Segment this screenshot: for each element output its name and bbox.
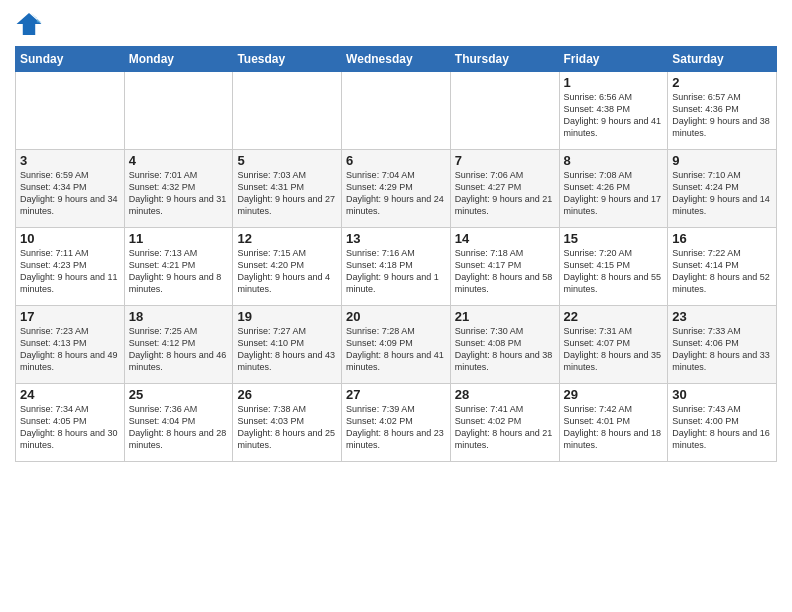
day-number: 20: [346, 309, 446, 324]
day-info: Sunrise: 7:25 AM Sunset: 4:12 PM Dayligh…: [129, 325, 229, 374]
calendar-cell: 29Sunrise: 7:42 AM Sunset: 4:01 PM Dayli…: [559, 384, 668, 462]
day-info: Sunrise: 7:42 AM Sunset: 4:01 PM Dayligh…: [564, 403, 664, 452]
calendar-cell: 15Sunrise: 7:20 AM Sunset: 4:15 PM Dayli…: [559, 228, 668, 306]
day-number: 13: [346, 231, 446, 246]
calendar-cell: 11Sunrise: 7:13 AM Sunset: 4:21 PM Dayli…: [124, 228, 233, 306]
day-info: Sunrise: 7:36 AM Sunset: 4:04 PM Dayligh…: [129, 403, 229, 452]
day-number: 8: [564, 153, 664, 168]
day-number: 21: [455, 309, 555, 324]
day-info: Sunrise: 7:06 AM Sunset: 4:27 PM Dayligh…: [455, 169, 555, 218]
calendar-week-row: 17Sunrise: 7:23 AM Sunset: 4:13 PM Dayli…: [16, 306, 777, 384]
day-number: 1: [564, 75, 664, 90]
calendar-week-row: 3Sunrise: 6:59 AM Sunset: 4:34 PM Daylig…: [16, 150, 777, 228]
calendar-cell: 20Sunrise: 7:28 AM Sunset: 4:09 PM Dayli…: [342, 306, 451, 384]
day-info: Sunrise: 7:34 AM Sunset: 4:05 PM Dayligh…: [20, 403, 120, 452]
calendar-cell: 2Sunrise: 6:57 AM Sunset: 4:36 PM Daylig…: [668, 72, 777, 150]
day-number: 10: [20, 231, 120, 246]
calendar-cell: 25Sunrise: 7:36 AM Sunset: 4:04 PM Dayli…: [124, 384, 233, 462]
day-number: 29: [564, 387, 664, 402]
day-number: 18: [129, 309, 229, 324]
day-number: 27: [346, 387, 446, 402]
calendar-cell: 16Sunrise: 7:22 AM Sunset: 4:14 PM Dayli…: [668, 228, 777, 306]
calendar-cell: 19Sunrise: 7:27 AM Sunset: 4:10 PM Dayli…: [233, 306, 342, 384]
day-number: 28: [455, 387, 555, 402]
calendar-header-sunday: Sunday: [16, 47, 125, 72]
page-container: SundayMondayTuesdayWednesdayThursdayFrid…: [0, 0, 792, 467]
calendar-cell: 18Sunrise: 7:25 AM Sunset: 4:12 PM Dayli…: [124, 306, 233, 384]
day-info: Sunrise: 6:56 AM Sunset: 4:38 PM Dayligh…: [564, 91, 664, 140]
calendar-cell: 6Sunrise: 7:04 AM Sunset: 4:29 PM Daylig…: [342, 150, 451, 228]
calendar-cell: [233, 72, 342, 150]
calendar-cell: 4Sunrise: 7:01 AM Sunset: 4:32 PM Daylig…: [124, 150, 233, 228]
day-info: Sunrise: 7:27 AM Sunset: 4:10 PM Dayligh…: [237, 325, 337, 374]
day-info: Sunrise: 7:18 AM Sunset: 4:17 PM Dayligh…: [455, 247, 555, 296]
logo: [15, 10, 45, 38]
day-info: Sunrise: 6:57 AM Sunset: 4:36 PM Dayligh…: [672, 91, 772, 140]
day-number: 16: [672, 231, 772, 246]
calendar-header-thursday: Thursday: [450, 47, 559, 72]
calendar-header-row: SundayMondayTuesdayWednesdayThursdayFrid…: [16, 47, 777, 72]
calendar-cell: 27Sunrise: 7:39 AM Sunset: 4:02 PM Dayli…: [342, 384, 451, 462]
calendar-cell: 3Sunrise: 6:59 AM Sunset: 4:34 PM Daylig…: [16, 150, 125, 228]
day-info: Sunrise: 7:33 AM Sunset: 4:06 PM Dayligh…: [672, 325, 772, 374]
calendar-table: SundayMondayTuesdayWednesdayThursdayFrid…: [15, 46, 777, 462]
day-info: Sunrise: 7:22 AM Sunset: 4:14 PM Dayligh…: [672, 247, 772, 296]
day-number: 30: [672, 387, 772, 402]
day-info: Sunrise: 7:16 AM Sunset: 4:18 PM Dayligh…: [346, 247, 446, 296]
calendar-cell: 23Sunrise: 7:33 AM Sunset: 4:06 PM Dayli…: [668, 306, 777, 384]
day-info: Sunrise: 7:43 AM Sunset: 4:00 PM Dayligh…: [672, 403, 772, 452]
day-number: 6: [346, 153, 446, 168]
day-info: Sunrise: 7:38 AM Sunset: 4:03 PM Dayligh…: [237, 403, 337, 452]
day-number: 12: [237, 231, 337, 246]
calendar-cell: 30Sunrise: 7:43 AM Sunset: 4:00 PM Dayli…: [668, 384, 777, 462]
page-header: [15, 10, 777, 38]
calendar-cell: 5Sunrise: 7:03 AM Sunset: 4:31 PM Daylig…: [233, 150, 342, 228]
calendar-header-tuesday: Tuesday: [233, 47, 342, 72]
calendar-cell: 24Sunrise: 7:34 AM Sunset: 4:05 PM Dayli…: [16, 384, 125, 462]
calendar-header-saturday: Saturday: [668, 47, 777, 72]
calendar-cell: 28Sunrise: 7:41 AM Sunset: 4:02 PM Dayli…: [450, 384, 559, 462]
calendar-cell: 8Sunrise: 7:08 AM Sunset: 4:26 PM Daylig…: [559, 150, 668, 228]
day-number: 19: [237, 309, 337, 324]
day-info: Sunrise: 7:41 AM Sunset: 4:02 PM Dayligh…: [455, 403, 555, 452]
calendar-header-friday: Friday: [559, 47, 668, 72]
day-number: 15: [564, 231, 664, 246]
day-number: 2: [672, 75, 772, 90]
day-number: 14: [455, 231, 555, 246]
calendar-cell: 7Sunrise: 7:06 AM Sunset: 4:27 PM Daylig…: [450, 150, 559, 228]
day-info: Sunrise: 7:04 AM Sunset: 4:29 PM Dayligh…: [346, 169, 446, 218]
day-info: Sunrise: 7:10 AM Sunset: 4:24 PM Dayligh…: [672, 169, 772, 218]
calendar-cell: 1Sunrise: 6:56 AM Sunset: 4:38 PM Daylig…: [559, 72, 668, 150]
day-number: 17: [20, 309, 120, 324]
day-info: Sunrise: 7:03 AM Sunset: 4:31 PM Dayligh…: [237, 169, 337, 218]
calendar-cell: 14Sunrise: 7:18 AM Sunset: 4:17 PM Dayli…: [450, 228, 559, 306]
day-info: Sunrise: 7:13 AM Sunset: 4:21 PM Dayligh…: [129, 247, 229, 296]
logo-icon: [15, 10, 43, 38]
calendar-week-row: 10Sunrise: 7:11 AM Sunset: 4:23 PM Dayli…: [16, 228, 777, 306]
day-number: 7: [455, 153, 555, 168]
day-number: 4: [129, 153, 229, 168]
day-info: Sunrise: 7:01 AM Sunset: 4:32 PM Dayligh…: [129, 169, 229, 218]
day-number: 26: [237, 387, 337, 402]
day-info: Sunrise: 7:11 AM Sunset: 4:23 PM Dayligh…: [20, 247, 120, 296]
day-info: Sunrise: 7:08 AM Sunset: 4:26 PM Dayligh…: [564, 169, 664, 218]
calendar-cell: 21Sunrise: 7:30 AM Sunset: 4:08 PM Dayli…: [450, 306, 559, 384]
calendar-cell: 9Sunrise: 7:10 AM Sunset: 4:24 PM Daylig…: [668, 150, 777, 228]
calendar-cell: 22Sunrise: 7:31 AM Sunset: 4:07 PM Dayli…: [559, 306, 668, 384]
calendar-header-monday: Monday: [124, 47, 233, 72]
calendar-cell: 13Sunrise: 7:16 AM Sunset: 4:18 PM Dayli…: [342, 228, 451, 306]
day-number: 24: [20, 387, 120, 402]
day-number: 9: [672, 153, 772, 168]
day-info: Sunrise: 7:30 AM Sunset: 4:08 PM Dayligh…: [455, 325, 555, 374]
calendar-cell: 10Sunrise: 7:11 AM Sunset: 4:23 PM Dayli…: [16, 228, 125, 306]
calendar-cell: 12Sunrise: 7:15 AM Sunset: 4:20 PM Dayli…: [233, 228, 342, 306]
calendar-cell: [16, 72, 125, 150]
calendar-cell: [450, 72, 559, 150]
calendar-week-row: 24Sunrise: 7:34 AM Sunset: 4:05 PM Dayli…: [16, 384, 777, 462]
day-info: Sunrise: 7:39 AM Sunset: 4:02 PM Dayligh…: [346, 403, 446, 452]
day-info: Sunrise: 7:15 AM Sunset: 4:20 PM Dayligh…: [237, 247, 337, 296]
calendar-cell: 17Sunrise: 7:23 AM Sunset: 4:13 PM Dayli…: [16, 306, 125, 384]
calendar-header-wednesday: Wednesday: [342, 47, 451, 72]
day-info: Sunrise: 7:31 AM Sunset: 4:07 PM Dayligh…: [564, 325, 664, 374]
day-number: 11: [129, 231, 229, 246]
